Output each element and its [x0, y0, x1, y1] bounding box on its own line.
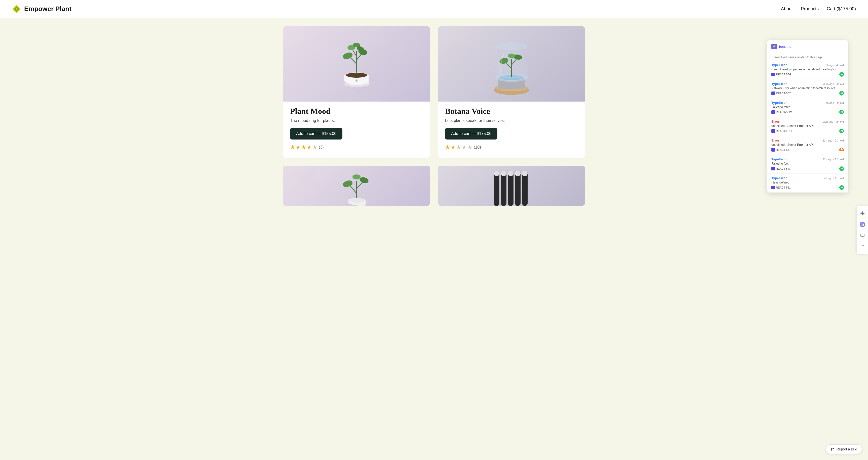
issue-type-4: Error	[771, 138, 779, 142]
issue-message-1: NetworkError when attempting to fetch re…	[771, 87, 844, 90]
add-to-cart-plant-mood[interactable]: Add to cart — $155.00	[290, 128, 342, 139]
nav-cart[interactable]: Cart ($175.00)	[827, 6, 856, 11]
issue-tag-4: REACT-577	[771, 148, 791, 152]
issue-tag-2: REACT-56W	[771, 110, 792, 114]
issue-time-3: 20h ago · 4m old	[823, 120, 844, 123]
svg-point-45	[508, 171, 514, 176]
issue-item-2[interactable]: TypeError 3h ago · 4d old Failed to fetc…	[767, 98, 848, 117]
nav-about[interactable]: About	[781, 6, 793, 11]
nav-products[interactable]: Products	[801, 6, 819, 11]
issues-panel-title: Issues	[779, 44, 791, 49]
stars-botana-voice: ★ ★ ★ ★ ★	[445, 144, 472, 151]
product-desc-plant-mood: The mood ring for plants.	[290, 119, 423, 123]
issues-panel: ⚡ Issues Unresolved issues related to th…	[767, 40, 848, 193]
svg-point-46	[515, 171, 521, 176]
issue-avatar-5: AI	[839, 166, 844, 171]
issue-tag-label-5: REACT-573	[776, 167, 791, 170]
product-desc-botana-voice: Lets plants speak for themselves.	[445, 119, 578, 123]
issue-time-1: 39m ago · 4d old	[823, 83, 844, 86]
svg-point-44	[501, 171, 506, 176]
right-sidebar	[857, 206, 868, 254]
issue-tag-label-0: REACT-56G	[776, 73, 791, 76]
sticks-illustration	[486, 166, 537, 206]
svg-line-33	[356, 182, 363, 188]
product-info-botana-voice: Botana Voice Lets plants speak for thems…	[438, 102, 585, 151]
issue-tag-icon-4	[771, 148, 775, 152]
feedback-icon-btn[interactable]	[857, 230, 868, 241]
main-nav: About Products Cart ($175.00)	[781, 6, 856, 11]
add-to-cart-botana-voice[interactable]: Add to cart — $175.00	[445, 128, 497, 139]
issue-type-3: Error	[771, 120, 779, 124]
broadcast-icon	[860, 211, 865, 216]
issue-item-6[interactable]: TypeError 4d ago · 11d old t is undefine…	[767, 174, 848, 193]
flag-icon-btn[interactable]	[857, 241, 868, 252]
rating-count-botana-voice: (10)	[474, 145, 481, 150]
issue-item-3[interactable]: Error 20h ago · 4m old undefined - Serve…	[767, 117, 848, 136]
report-bug-label: Report a Bug	[837, 447, 858, 451]
issue-item-1[interactable]: TypeError 39m ago · 4d old NetworkError …	[767, 79, 848, 98]
issue-row-top-5: TypeError 21h ago · 22h old	[771, 157, 844, 161]
svg-point-48	[841, 148, 843, 150]
issue-tag-5: REACT-573	[771, 167, 791, 170]
logo-text: Empower Plant	[24, 5, 71, 13]
star-4: ★	[307, 144, 312, 151]
issue-tag-label-3: REACT-4RH	[776, 129, 792, 132]
issue-message-6: t is undefined	[771, 181, 844, 184]
issue-avatar-1: AI	[839, 91, 844, 96]
product-card-partial-right	[438, 166, 585, 206]
svg-point-35	[359, 176, 369, 184]
product-name-plant-mood: Plant Mood	[290, 106, 423, 116]
plant-mood-illustration	[331, 31, 382, 97]
svg-rect-52	[861, 225, 863, 225]
svg-point-43	[494, 171, 499, 176]
star-4: ★	[462, 144, 467, 151]
issue-item-5[interactable]: TypeError 21h ago · 22h old Failed to fe…	[767, 155, 848, 174]
issue-tag-icon-2	[771, 110, 775, 114]
flag-icon	[860, 244, 865, 249]
report-bug-button[interactable]: Report a Bug	[826, 445, 862, 454]
issue-item-0[interactable]: TypeError 2h ago · 4d old Cannot read pr…	[767, 61, 848, 79]
issue-tag-3: REACT-4RH	[771, 129, 792, 133]
product-card-botana-voice: Botana Voice Lets plants speak for thems…	[438, 26, 585, 158]
product-image-plant-mood	[283, 26, 430, 102]
svg-point-36	[352, 174, 361, 179]
product-card-plant-mood: Plant Mood The mood ring for plants. Add…	[283, 26, 430, 158]
issue-message-5: Failed to fetch	[771, 162, 844, 165]
issue-row-top-2: TypeError 3h ago · 4d old	[771, 101, 844, 105]
issues-panel-icon	[860, 222, 865, 227]
issue-tag-label-2: REACT-56W	[776, 110, 792, 113]
issue-avatar-2: AI	[839, 110, 844, 114]
issue-row-bottom-4: REACT-577	[771, 147, 844, 152]
logo[interactable]: Empower Plant	[12, 4, 71, 13]
svg-point-34	[342, 179, 353, 188]
issue-row-bottom-5: REACT-573 AI	[771, 166, 844, 171]
rating-count-plant-mood: (3)	[319, 145, 324, 150]
issue-time-5: 21h ago · 22h old	[823, 158, 844, 161]
svg-line-11	[353, 50, 356, 56]
stars-plant-mood: ★ ★ ★ ★ ★	[290, 144, 317, 151]
product-image-partial-right	[438, 166, 585, 206]
svg-point-24	[495, 42, 528, 50]
issue-row-top-6: TypeError 4d ago · 11d old	[771, 176, 844, 180]
issues-panel-subtitle: Unresolved issues related to this page	[767, 53, 848, 61]
star-5: ★	[467, 144, 472, 151]
issue-message-2: Failed to fetch	[771, 105, 844, 109]
star-2: ★	[296, 144, 301, 151]
star-3: ★	[301, 144, 306, 151]
product-image-partial-left	[283, 166, 430, 206]
issue-avatar-4	[839, 147, 844, 152]
star-2: ★	[451, 144, 456, 151]
svg-line-9	[350, 58, 356, 64]
issue-tag-icon-5	[771, 167, 775, 170]
product-info-plant-mood: Plant Mood The mood ring for plants. Add…	[283, 102, 430, 151]
svg-point-30	[508, 54, 515, 58]
broadcast-icon-btn[interactable]	[857, 208, 868, 219]
issue-tag-6: REACT-561	[771, 186, 791, 189]
issue-tag-label-4: REACT-577	[776, 148, 791, 151]
star-1: ★	[290, 144, 295, 151]
svg-rect-53	[861, 226, 863, 226]
issues-panel-header: ⚡ Issues	[767, 40, 848, 53]
main-content: Plant Mood The mood ring for plants. Add…	[0, 18, 868, 214]
issue-item-4[interactable]: Error 21h ago · 21h old undefined - Serv…	[767, 136, 848, 155]
issues-panel-toggle-btn[interactable]	[857, 219, 868, 230]
